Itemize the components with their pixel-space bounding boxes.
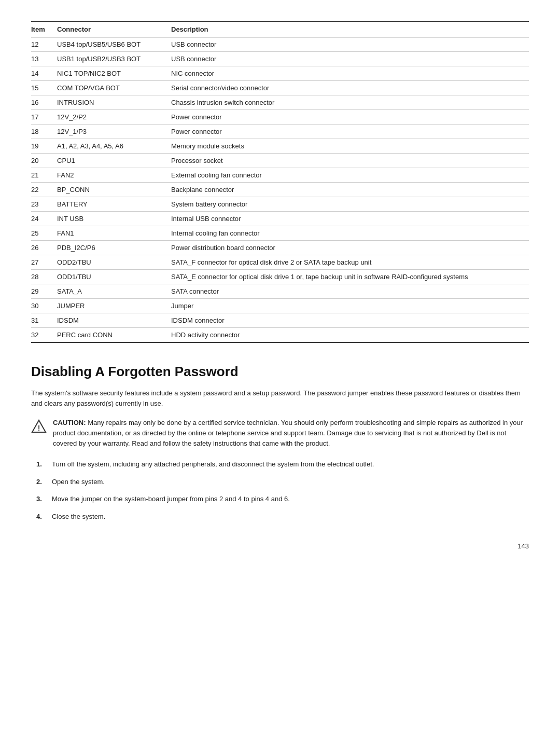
- cell-item: 29: [31, 284, 57, 299]
- cell-item: 30: [31, 299, 57, 313]
- cell-connector: INTRUSION: [57, 95, 171, 110]
- cell-connector: JUMPER: [57, 299, 171, 313]
- cell-item: 31: [31, 313, 57, 328]
- table-row: 32 PERC card CONN HDD activity connector: [31, 328, 529, 343]
- cell-connector: A1, A2, A3, A4, A5, A6: [57, 139, 171, 154]
- cell-description: NIC connector: [171, 66, 529, 81]
- svg-text:!: !: [38, 424, 40, 432]
- table-row: 28 ODD1/TBU SATA_E connector for optical…: [31, 270, 529, 284]
- table-row: 15 COM TOP/VGA BOT Serial connector/vide…: [31, 81, 529, 95]
- cell-description: SATA connector: [171, 284, 529, 299]
- table-row: 22 BP_CONN Backplane connector: [31, 183, 529, 197]
- table-row: 27 ODD2/TBU SATA_F connector for optical…: [31, 255, 529, 270]
- cell-description: Memory module sockets: [171, 139, 529, 154]
- cell-connector: CPU1: [57, 154, 171, 168]
- cell-description: Internal cooling fan connector: [171, 226, 529, 241]
- cell-connector: INT USB: [57, 212, 171, 226]
- cell-item: 15: [31, 81, 57, 95]
- step-item: 2. Open the system.: [36, 477, 529, 487]
- table-row: 16 INTRUSION Chassis intrusion switch co…: [31, 95, 529, 110]
- cell-connector: 12V_1/P3: [57, 125, 171, 139]
- cell-connector: FAN1: [57, 226, 171, 241]
- cell-connector: ODD2/TBU: [57, 255, 171, 270]
- cell-connector: COM TOP/VGA BOT: [57, 81, 171, 95]
- cell-item: 17: [31, 110, 57, 125]
- cell-connector: BP_CONN: [57, 183, 171, 197]
- cell-item: 16: [31, 95, 57, 110]
- caution-body: Many repairs may only be done by a certi…: [53, 419, 523, 447]
- step-number: 2.: [36, 477, 52, 487]
- cell-connector: BATTERY: [57, 197, 171, 212]
- cell-item: 27: [31, 255, 57, 270]
- cell-item: 18: [31, 125, 57, 139]
- cell-description: USB connector: [171, 52, 529, 66]
- cell-description: Chassis intrusion switch connector: [171, 95, 529, 110]
- caution-icon: !: [31, 419, 47, 434]
- step-item: 3. Move the jumper on the system-board j…: [36, 494, 529, 504]
- step-number: 4.: [36, 512, 52, 522]
- table-row: 13 USB1 top/USB2/USB3 BOT USB connector: [31, 52, 529, 66]
- cell-item: 23: [31, 197, 57, 212]
- cell-description: Jumper: [171, 299, 529, 313]
- cell-connector: 12V_2/P2: [57, 110, 171, 125]
- step-text: Move the jumper on the system-board jump…: [52, 494, 290, 504]
- cell-description: IDSDM connector: [171, 313, 529, 328]
- table-row: 19 A1, A2, A3, A4, A5, A6 Memory module …: [31, 139, 529, 154]
- step-text: Turn off the system, including any attac…: [52, 459, 374, 470]
- step-number: 3.: [36, 494, 52, 504]
- cell-item: 24: [31, 212, 57, 226]
- table-row: 14 NIC1 TOP/NIC2 BOT NIC connector: [31, 66, 529, 81]
- cell-description: SATA_E connector for optical disk drive …: [171, 270, 529, 284]
- connector-table: Item Connector Description 12 USB4 top/U…: [31, 21, 529, 343]
- section-title: Disabling A Forgotten Password: [31, 364, 529, 380]
- cell-connector: ODD1/TBU: [57, 270, 171, 284]
- cell-connector: SATA_A: [57, 284, 171, 299]
- table-row: 31 IDSDM IDSDM connector: [31, 313, 529, 328]
- cell-description: SATA_F connector for optical disk drive …: [171, 255, 529, 270]
- cell-connector: FAN2: [57, 168, 171, 183]
- cell-connector: NIC1 TOP/NIC2 BOT: [57, 66, 171, 81]
- cell-connector: IDSDM: [57, 313, 171, 328]
- cell-item: 19: [31, 139, 57, 154]
- cell-item: 26: [31, 241, 57, 255]
- step-item: 4. Close the system.: [36, 512, 529, 522]
- step-text: Open the system.: [52, 477, 105, 487]
- cell-item: 20: [31, 154, 57, 168]
- cell-item: 12: [31, 37, 57, 52]
- cell-description: Processor socket: [171, 154, 529, 168]
- cell-description: HDD activity connector: [171, 328, 529, 343]
- step-text: Close the system.: [52, 512, 105, 522]
- table-row: 12 USB4 top/USB5/USB6 BOT USB connector: [31, 37, 529, 52]
- table-row: 23 BATTERY System battery connector: [31, 197, 529, 212]
- table-row: 20 CPU1 Processor socket: [31, 154, 529, 168]
- table-row: 30 JUMPER Jumper: [31, 299, 529, 313]
- cell-connector: USB4 top/USB5/USB6 BOT: [57, 37, 171, 52]
- cell-description: USB connector: [171, 37, 529, 52]
- table-row: 21 FAN2 External cooling fan connector: [31, 168, 529, 183]
- cell-connector: PERC card CONN: [57, 328, 171, 343]
- cell-item: 22: [31, 183, 57, 197]
- cell-item: 32: [31, 328, 57, 343]
- table-row: 26 PDB_I2C/P6 Power distribution board c…: [31, 241, 529, 255]
- cell-description: System battery connector: [171, 197, 529, 212]
- cell-item: 13: [31, 52, 57, 66]
- cell-item: 25: [31, 226, 57, 241]
- table-row: 17 12V_2/P2 Power connector: [31, 110, 529, 125]
- table-row: 29 SATA_A SATA connector: [31, 284, 529, 299]
- table-row: 18 12V_1/P3 Power connector: [31, 125, 529, 139]
- step-number: 1.: [36, 459, 52, 470]
- cell-description: Power connector: [171, 110, 529, 125]
- col-header-connector: Connector: [57, 21, 171, 37]
- cell-connector: PDB_I2C/P6: [57, 241, 171, 255]
- col-header-description: Description: [171, 21, 529, 37]
- page-number: 143: [31, 542, 529, 550]
- table-row: 25 FAN1 Internal cooling fan connector: [31, 226, 529, 241]
- caution-box: ! CAUTION: Many repairs may only be done…: [31, 418, 529, 449]
- cell-description: Serial connector/video connector: [171, 81, 529, 95]
- cell-description: Power distribution board connector: [171, 241, 529, 255]
- cell-description: Power connector: [171, 125, 529, 139]
- col-header-item: Item: [31, 21, 57, 37]
- cell-item: 28: [31, 270, 57, 284]
- cell-description: Backplane connector: [171, 183, 529, 197]
- caution-label: CAUTION:: [53, 419, 86, 426]
